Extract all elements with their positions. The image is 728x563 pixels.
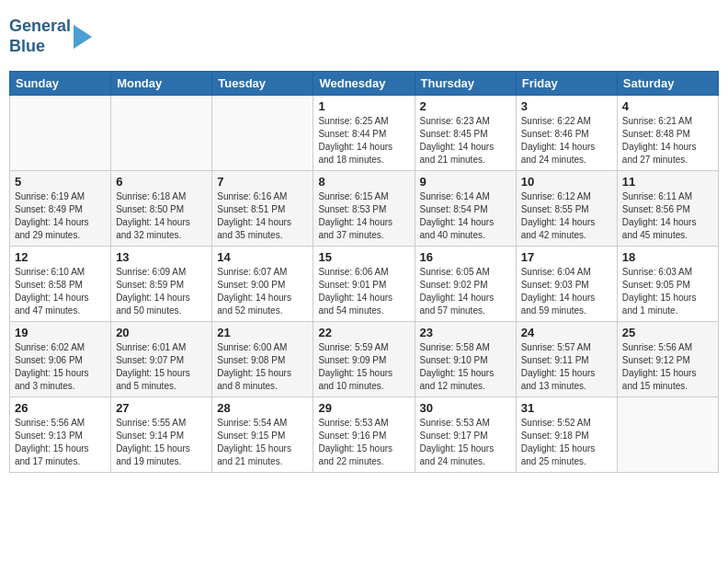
calendar-week-row: 19Sunrise: 6:02 AM Sunset: 9:06 PM Dayli… <box>10 322 719 397</box>
day-number: 18 <box>622 250 713 264</box>
day-info: Sunrise: 6:18 AM Sunset: 8:50 PM Dayligh… <box>116 190 207 242</box>
calendar-week-row: 26Sunrise: 5:56 AM Sunset: 9:13 PM Dayli… <box>10 397 719 473</box>
day-info: Sunrise: 6:03 AM Sunset: 9:05 PM Dayligh… <box>622 266 713 317</box>
weekday-header: Thursday <box>415 72 516 96</box>
calendar-cell: 1Sunrise: 6:25 AM Sunset: 8:44 PM Daylig… <box>313 96 415 171</box>
logo-arrow-icon <box>74 21 92 52</box>
calendar-cell: 23Sunrise: 5:58 AM Sunset: 9:10 PM Dayli… <box>415 322 516 397</box>
logo-line2: Blue <box>9 37 71 57</box>
calendar-cell: 26Sunrise: 5:56 AM Sunset: 9:13 PM Dayli… <box>10 397 111 473</box>
day-info: Sunrise: 5:55 AM Sunset: 9:14 PM Dayligh… <box>116 417 207 468</box>
day-number: 19 <box>15 326 106 339</box>
day-info: Sunrise: 5:52 AM Sunset: 9:18 PM Dayligh… <box>521 417 612 468</box>
day-info: Sunrise: 5:53 AM Sunset: 9:16 PM Dayligh… <box>318 417 409 468</box>
day-number: 17 <box>521 250 612 264</box>
day-info: Sunrise: 6:04 AM Sunset: 9:03 PM Dayligh… <box>521 266 612 317</box>
calendar-cell: 3Sunrise: 6:22 AM Sunset: 8:46 PM Daylig… <box>516 96 617 171</box>
calendar-cell: 25Sunrise: 5:56 AM Sunset: 9:12 PM Dayli… <box>617 322 718 397</box>
calendar-week-row: 12Sunrise: 6:10 AM Sunset: 8:58 PM Dayli… <box>10 247 719 322</box>
day-number: 5 <box>15 175 106 189</box>
day-number: 2 <box>420 99 511 113</box>
page: General Blue SundayMondayTuesdayWednesda… <box>9 9 719 473</box>
calendar-cell: 21Sunrise: 6:00 AM Sunset: 9:08 PM Dayli… <box>212 322 313 397</box>
calendar-cell: 2Sunrise: 6:23 AM Sunset: 8:45 PM Daylig… <box>415 96 516 171</box>
day-info: Sunrise: 6:23 AM Sunset: 8:45 PM Dayligh… <box>420 115 511 167</box>
calendar-cell <box>212 96 313 171</box>
day-number: 8 <box>318 175 409 189</box>
day-info: Sunrise: 6:16 AM Sunset: 8:51 PM Dayligh… <box>217 190 308 242</box>
weekday-header: Tuesday <box>212 72 313 96</box>
logo: General Blue <box>9 17 92 56</box>
day-number: 9 <box>420 175 511 189</box>
weekday-header: Monday <box>111 72 212 96</box>
day-number: 23 <box>420 326 511 339</box>
calendar-cell: 18Sunrise: 6:03 AM Sunset: 9:05 PM Dayli… <box>617 247 718 322</box>
day-info: Sunrise: 5:59 AM Sunset: 9:09 PM Dayligh… <box>318 341 409 393</box>
day-info: Sunrise: 5:57 AM Sunset: 9:11 PM Dayligh… <box>521 341 612 393</box>
day-info: Sunrise: 5:58 AM Sunset: 9:10 PM Dayligh… <box>420 341 511 393</box>
day-info: Sunrise: 6:21 AM Sunset: 8:48 PM Dayligh… <box>622 115 713 167</box>
day-number: 20 <box>116 326 207 339</box>
day-number: 28 <box>217 401 308 415</box>
calendar-cell: 30Sunrise: 5:53 AM Sunset: 9:17 PM Dayli… <box>415 397 516 473</box>
day-info: Sunrise: 6:10 AM Sunset: 8:58 PM Dayligh… <box>15 266 106 317</box>
day-number: 29 <box>318 401 409 415</box>
day-number: 7 <box>217 175 308 189</box>
calendar-cell: 16Sunrise: 6:05 AM Sunset: 9:02 PM Dayli… <box>415 247 516 322</box>
calendar-cell <box>10 96 111 171</box>
weekday-header: Wednesday <box>313 72 415 96</box>
calendar-cell: 8Sunrise: 6:15 AM Sunset: 8:53 PM Daylig… <box>313 171 415 247</box>
calendar-cell: 7Sunrise: 6:16 AM Sunset: 8:51 PM Daylig… <box>212 171 313 247</box>
day-info: Sunrise: 6:22 AM Sunset: 8:46 PM Dayligh… <box>521 115 612 167</box>
day-info: Sunrise: 6:25 AM Sunset: 8:44 PM Dayligh… <box>318 115 409 167</box>
calendar-cell <box>111 96 212 171</box>
day-info: Sunrise: 6:19 AM Sunset: 8:49 PM Dayligh… <box>15 190 106 242</box>
calendar-cell: 11Sunrise: 6:11 AM Sunset: 8:56 PM Dayli… <box>617 171 718 247</box>
day-info: Sunrise: 6:07 AM Sunset: 9:00 PM Dayligh… <box>217 266 308 317</box>
day-info: Sunrise: 5:56 AM Sunset: 9:13 PM Dayligh… <box>15 417 106 468</box>
calendar-cell: 10Sunrise: 6:12 AM Sunset: 8:55 PM Dayli… <box>516 171 617 247</box>
day-info: Sunrise: 6:09 AM Sunset: 8:59 PM Dayligh… <box>116 266 207 317</box>
calendar-cell: 14Sunrise: 6:07 AM Sunset: 9:00 PM Dayli… <box>212 247 313 322</box>
day-number: 30 <box>420 401 511 415</box>
day-number: 26 <box>15 401 106 415</box>
day-info: Sunrise: 6:05 AM Sunset: 9:02 PM Dayligh… <box>420 266 511 317</box>
calendar-cell: 29Sunrise: 5:53 AM Sunset: 9:16 PM Dayli… <box>313 397 415 473</box>
day-number: 31 <box>521 401 612 415</box>
calendar-body: 1Sunrise: 6:25 AM Sunset: 8:44 PM Daylig… <box>10 96 719 473</box>
day-info: Sunrise: 6:06 AM Sunset: 9:01 PM Dayligh… <box>318 266 409 317</box>
day-number: 3 <box>521 99 612 113</box>
weekday-header: Saturday <box>617 72 718 96</box>
logo-line1: General <box>9 17 71 37</box>
calendar-cell: 9Sunrise: 6:14 AM Sunset: 8:54 PM Daylig… <box>415 171 516 247</box>
day-number: 4 <box>622 99 713 113</box>
day-number: 10 <box>521 175 612 189</box>
day-number: 16 <box>420 250 511 264</box>
day-info: Sunrise: 6:12 AM Sunset: 8:55 PM Dayligh… <box>521 190 612 242</box>
day-info: Sunrise: 6:14 AM Sunset: 8:54 PM Dayligh… <box>420 190 511 242</box>
header: General Blue <box>9 9 719 63</box>
svg-marker-0 <box>74 25 92 49</box>
day-number: 12 <box>15 250 106 264</box>
calendar-cell: 12Sunrise: 6:10 AM Sunset: 8:58 PM Dayli… <box>10 247 111 322</box>
weekday-header: Sunday <box>10 72 111 96</box>
day-info: Sunrise: 6:02 AM Sunset: 9:06 PM Dayligh… <box>15 341 106 393</box>
calendar-week-row: 1Sunrise: 6:25 AM Sunset: 8:44 PM Daylig… <box>10 96 719 171</box>
day-number: 22 <box>318 326 409 339</box>
day-number: 25 <box>622 326 713 339</box>
day-number: 13 <box>116 250 207 264</box>
day-number: 21 <box>217 326 308 339</box>
calendar-cell: 19Sunrise: 6:02 AM Sunset: 9:06 PM Dayli… <box>10 322 111 397</box>
calendar-week-row: 5Sunrise: 6:19 AM Sunset: 8:49 PM Daylig… <box>10 171 719 247</box>
calendar-cell: 27Sunrise: 5:55 AM Sunset: 9:14 PM Dayli… <box>111 397 212 473</box>
calendar-cell: 15Sunrise: 6:06 AM Sunset: 9:01 PM Dayli… <box>313 247 415 322</box>
weekday-header: Friday <box>516 72 617 96</box>
calendar: SundayMondayTuesdayWednesdayThursdayFrid… <box>9 71 719 473</box>
day-number: 27 <box>116 401 207 415</box>
day-number: 24 <box>521 326 612 339</box>
day-number: 11 <box>622 175 713 189</box>
calendar-cell: 22Sunrise: 5:59 AM Sunset: 9:09 PM Dayli… <box>313 322 415 397</box>
calendar-cell: 6Sunrise: 6:18 AM Sunset: 8:50 PM Daylig… <box>111 171 212 247</box>
day-info: Sunrise: 5:56 AM Sunset: 9:12 PM Dayligh… <box>622 341 713 393</box>
day-info: Sunrise: 6:15 AM Sunset: 8:53 PM Dayligh… <box>318 190 409 242</box>
